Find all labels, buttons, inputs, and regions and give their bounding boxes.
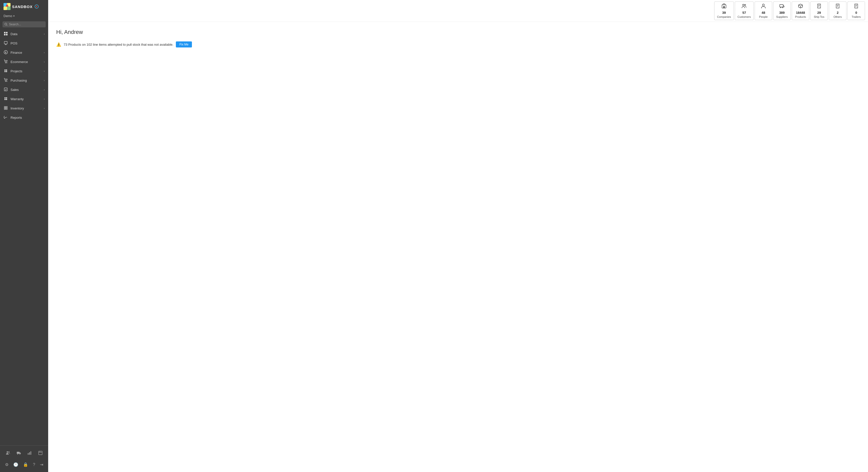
chevron-icon-inventory: › [44,107,45,110]
alert-banner: ⚠️ 73 Products on 102 line items attempt… [56,41,860,48]
box-icon[interactable] [37,450,44,457]
trailers-icon [854,3,859,10]
projects-nav-icon [3,69,8,73]
sidebar-item-ecommerce[interactable]: Ecommerce› [0,57,48,66]
stat-card-suppliers[interactable]: 389Suppliers [773,1,791,20]
sidebar: SANDBOX Demo ▾ Data›POS$Finance›Ecommerc… [0,0,48,472]
sidebar-item-pos[interactable]: POS [0,39,48,48]
warning-icon: ⚠️ [56,42,61,47]
people-icon[interactable] [5,450,11,457]
sidebar-item-projects[interactable]: Projects› [0,66,48,76]
settings-icon[interactable]: ⚙ [4,461,9,468]
stat-label-suppliers: Suppliers [776,15,788,18]
chevron-icon-finance: › [44,51,45,54]
svg-point-49 [745,4,746,6]
clock-icon[interactable]: 🕐 [12,461,19,468]
sidebar-item-inventory[interactable]: Inventory› [0,104,48,113]
svg-point-35 [6,451,8,453]
sidebar-label-ecommerce: Ecommerce [10,60,41,64]
sidebar-label-warranty: Warranty [10,97,41,101]
svg-rect-47 [723,6,724,8]
sidebar-item-sales[interactable]: Sales› [0,85,48,94]
sidebar-item-data[interactable]: Data› [0,29,48,39]
svg-rect-34 [6,108,7,110]
stat-card-ship-tos[interactable]: 29Ship Tos [810,1,828,20]
sidebar-label-projects: Projects [10,69,41,73]
stat-card-people[interactable]: 48People [754,1,772,20]
search-input[interactable] [9,23,44,26]
svg-marker-6 [36,6,37,7]
svg-rect-32 [6,107,7,108]
app-name: SANDBOX [12,4,33,9]
ship-tos-icon [816,3,822,10]
svg-rect-2 [3,6,7,10]
svg-line-8 [7,25,7,26]
inventory-nav-icon [3,106,8,111]
sidebar-label-sales: Sales [10,88,41,92]
sidebar-item-finance[interactable]: $Finance› [0,48,48,57]
data-nav-icon [3,32,8,36]
sidebar-label-reports: Reports [10,116,45,119]
stat-card-products[interactable]: 18448Products [792,1,809,20]
svg-point-30 [6,99,7,100]
stat-card-others[interactable]: 2Others [829,1,846,20]
pos-nav-icon [3,41,8,46]
lock-icon[interactable]: 🔒 [22,461,29,468]
stat-number-customers: 57 [742,11,746,14]
stat-number-companies: 39 [722,11,726,14]
chevron-icon-projects: › [44,70,45,72]
svg-point-29 [4,99,6,100]
svg-rect-3 [7,6,10,10]
sidebar-item-warranty[interactable]: Warranty› [0,94,48,104]
svg-rect-9 [4,32,5,33]
sidebar-logo[interactable]: SANDBOX [0,0,48,13]
chart-icon[interactable] [26,450,33,457]
stat-card-companies[interactable]: 39Companies [714,1,734,20]
svg-rect-37 [17,452,19,454]
logout-icon[interactable]: ⇥ [39,461,44,468]
demo-selector[interactable]: Demo ▾ [0,13,48,20]
svg-point-23 [6,71,7,72]
stat-number-ship-tos: 29 [817,11,821,14]
svg-point-22 [4,71,6,72]
chevron-icon-sales: › [44,88,45,91]
customers-icon [741,3,747,10]
help-icon[interactable]: ? [32,462,36,468]
svg-point-25 [6,81,7,82]
svg-point-27 [4,97,6,99]
people-icon [761,3,766,10]
sidebar-label-data: Data [10,32,41,36]
stat-card-customers[interactable]: 57Customers [735,1,754,20]
truck-icon[interactable] [16,450,22,457]
sidebar-item-purchasing[interactable]: Purchasing› [0,76,48,85]
chevron-icon-purchasing: › [44,79,45,82]
suppliers-icon [779,3,785,10]
sales-nav-icon [3,87,8,92]
stat-label-ship-tos: Ship Tos [814,15,824,18]
svg-rect-13 [4,41,7,44]
alert-text: 73 Products on 102 line items attempted … [64,43,173,47]
svg-rect-10 [6,32,7,33]
chevron-icon-data: › [44,33,45,35]
svg-point-7 [5,23,7,25]
companies-icon [721,3,727,10]
content-area: Hi, Andrew ⚠️ 73 Products on 102 line it… [48,22,868,472]
topbar: 39Companies57Customers48People389Supplie… [48,0,868,22]
chevron-icon-warranty: › [44,98,45,100]
search-box[interactable] [2,21,46,27]
svg-point-50 [763,4,765,6]
search-icon [4,23,7,26]
stat-label-customers: Customers [738,15,751,18]
svg-rect-42 [30,451,31,455]
svg-rect-12 [6,34,7,35]
products-icon [798,3,803,10]
svg-rect-33 [4,108,5,110]
others-icon [835,3,840,10]
svg-point-38 [17,454,18,455]
fix-me-button[interactable]: Fix Me [176,41,192,48]
stat-number-trailers: 0 [855,11,857,14]
sidebar-item-reports[interactable]: Reports [0,113,48,122]
finance-nav-icon: $ [3,50,8,55]
stat-card-trailers[interactable]: 0Trailers [847,1,865,20]
stat-number-suppliers: 389 [779,11,785,14]
